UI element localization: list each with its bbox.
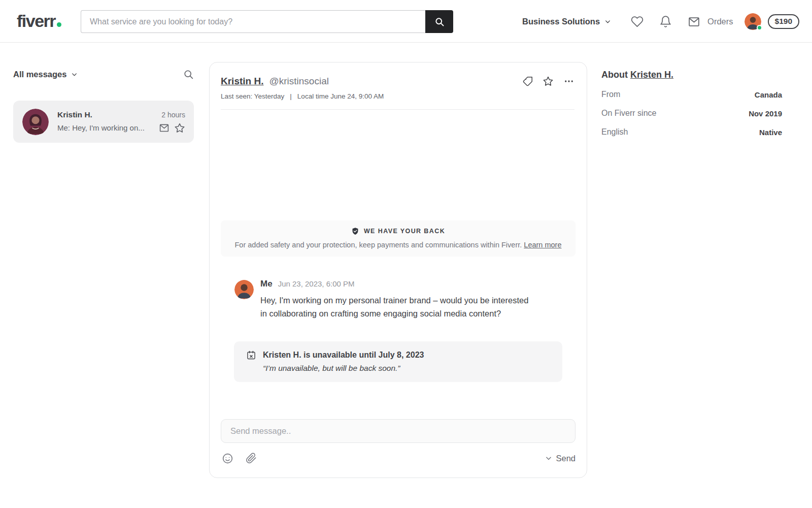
sidebar-header: All messages	[13, 69, 194, 80]
about-row-member-since: On Fiverr since Nov 2019	[601, 109, 782, 118]
messages-filter-label: All messages	[13, 70, 66, 79]
balance-badge[interactable]: $190	[768, 14, 799, 29]
fiverr-logo-dot	[57, 22, 61, 27]
message-sender-avatar	[234, 280, 254, 299]
chat-contact-handle: @kristinsocial	[269, 76, 328, 87]
attachment-paperclip-icon[interactable]	[245, 452, 258, 465]
send-button[interactable]: Send	[545, 454, 576, 463]
about-label: On Fiverr since	[601, 109, 656, 118]
shield-check-icon	[351, 227, 359, 235]
about-row-language: English Native	[601, 128, 782, 137]
conversation-avatar	[22, 109, 49, 135]
label-tag-icon[interactable]	[522, 76, 533, 87]
global-search-bar	[81, 10, 453, 33]
about-label: From	[601, 90, 620, 99]
user-avatar[interactable]	[745, 13, 761, 30]
safety-notice-body: For added safety and your protection, ke…	[235, 241, 522, 249]
chat-header-actions	[522, 76, 574, 87]
about-title: About Kristen H.	[601, 70, 782, 80]
online-status-dot	[757, 25, 762, 30]
header-nav: Business Solutions Orders $190	[522, 0, 799, 43]
about-value: Nov 2019	[749, 109, 782, 118]
inbox-sidebar: All messages Kristin H. 2 hours Me: Hey,…	[13, 69, 194, 143]
chevron-down-icon	[604, 18, 611, 25]
conversation-search-icon[interactable]	[183, 69, 194, 80]
top-header: fiverr Business Solutions	[0, 0, 812, 43]
message-composer: Send	[210, 419, 587, 478]
about-title-prefix: About	[601, 70, 630, 80]
conversation-time: 2 hours	[161, 111, 185, 119]
message-timestamp: Jun 23, 2023, 6:00 PM	[278, 279, 355, 288]
unavailability-quote: “I’m unavailable, but will be back soon.…	[263, 364, 550, 373]
message-input[interactable]	[221, 419, 576, 443]
fiverr-inbox-page: fiverr Business Solutions	[0, 0, 812, 508]
about-value: Native	[759, 128, 782, 137]
status-divider: |	[290, 92, 292, 100]
chevron-down-icon	[71, 71, 78, 78]
star-favorite-icon[interactable]	[543, 76, 554, 87]
about-label: English	[601, 128, 628, 137]
search-icon	[434, 17, 445, 27]
chat-header: Kristin H. @kristinsocial Last seen: Yes…	[210, 62, 587, 110]
local-time-text: Local time June 24, 9:00 AM	[297, 92, 384, 100]
unavailability-title: Kristen H. is unavailable until July 8, …	[263, 351, 424, 360]
chat-status-line: Last seen: Yesterday | Local time June 2…	[221, 92, 574, 100]
messages-mail-icon[interactable]	[687, 15, 700, 28]
about-row-from: From Canada	[601, 90, 782, 99]
conversation-name: Kristin H.	[57, 110, 92, 119]
conversation-summary: Kristin H. 2 hours Me: Hey, I'm working …	[57, 110, 185, 134]
star-conversation-icon[interactable]	[174, 122, 185, 134]
about-contact-name-link[interactable]: Kristen H.	[630, 70, 673, 80]
chevron-down-icon	[545, 455, 552, 462]
chat-panel: Kristin H. @kristinsocial Last seen: Yes…	[209, 62, 587, 478]
orders-link[interactable]: Orders	[707, 17, 733, 26]
conversation-list-item[interactable]: Kristin H. 2 hours Me: Hey, I'm working …	[13, 101, 194, 143]
calendar-x-icon	[246, 350, 256, 360]
message-sender-name: Me	[260, 279, 273, 289]
send-button-label: Send	[556, 454, 576, 463]
safety-notice: WE HAVE YOUR BACK For added safety and y…	[221, 220, 576, 257]
about-panel: About Kristen H. From Canada On Fiverr s…	[601, 70, 782, 137]
more-options-ellipsis-icon[interactable]	[563, 76, 574, 87]
fiverr-logo-text: fiverr	[17, 11, 55, 31]
conversation-preview: Me: Hey, I'm working on...	[57, 123, 145, 132]
business-solutions-label: Business Solutions	[522, 17, 600, 26]
unavailability-notice: Kristen H. is unavailable until July 8, …	[234, 341, 562, 382]
message-text: Hey, I'm working on my personal trainer …	[260, 294, 529, 320]
notifications-bell-icon[interactable]	[659, 15, 672, 28]
chat-contact-name-link[interactable]: Kristin H.	[221, 76, 263, 87]
chat-message-area: WE HAVE YOUR BACK For added safety and y…	[210, 110, 587, 419]
messages-filter-dropdown[interactable]: All messages	[13, 70, 78, 79]
last-seen-text: Last seen: Yesterday	[221, 92, 284, 100]
favorites-heart-icon[interactable]	[630, 15, 644, 28]
search-button[interactable]	[425, 10, 453, 33]
fiverr-logo[interactable]: fiverr	[17, 11, 61, 31]
learn-more-link[interactable]: Learn more	[524, 241, 561, 249]
chat-message: Me Jun 23, 2023, 6:00 PM Hey, I'm workin…	[221, 279, 576, 320]
business-solutions-menu[interactable]: Business Solutions	[522, 17, 611, 26]
about-value: Canada	[755, 90, 782, 99]
search-input[interactable]	[81, 10, 425, 33]
safety-notice-title: WE HAVE YOUR BACK	[364, 228, 445, 235]
emoji-smiley-icon[interactable]	[221, 452, 234, 465]
mark-unread-envelope-icon[interactable]	[159, 122, 170, 133]
